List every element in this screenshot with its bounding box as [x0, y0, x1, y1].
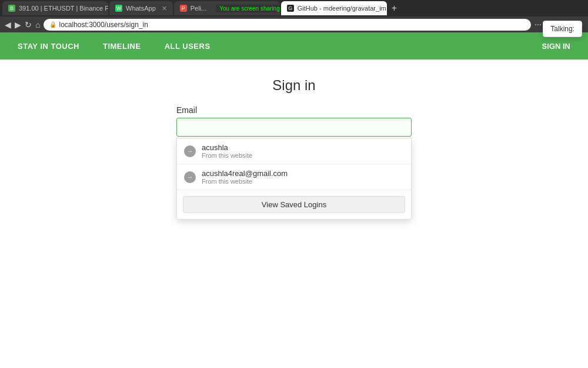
- tab-whatsapp[interactable]: W WhatsApp ✕: [109, 1, 173, 15]
- autocomplete-avatar-0: →: [184, 145, 196, 157]
- tab-favicon-whatsapp: W: [115, 5, 122, 12]
- nav-left: STAY IN TOUCH TIMELINE ALL USERS: [6, 32, 222, 59]
- autocomplete-text-1: acushla4real@gmail.com From this website: [202, 169, 288, 185]
- browser-bar: ◀ ▶ ↻ ⌂ 🔒 localhost:3000/users/sign_in ⋯…: [0, 16, 588, 32]
- browser-chrome: B 391.00 | ETHUSDT | Binance F... ✕ W Wh…: [0, 0, 588, 32]
- view-saved-logins-button[interactable]: View Saved Logins: [183, 196, 405, 213]
- menu-dots[interactable]: ⋯: [534, 21, 542, 29]
- sign-in-form: Email → acushla From this website →: [176, 105, 412, 219]
- app: STAY IN TOUCH TIMELINE ALL USERS SIGN IN…: [0, 32, 588, 237]
- tab-favicon-github: G: [287, 5, 294, 12]
- main-content: Sign in Email → acushla From this websit…: [0, 59, 588, 237]
- autocomplete-avatar-1: →: [184, 171, 196, 183]
- tab-favicon-binance: B: [8, 5, 15, 12]
- address-text: localhost:3000/users/sign_in: [59, 21, 148, 29]
- screen-share-text: You are screen sharing: [216, 5, 279, 12]
- navbar: STAY IN TOUCH TIMELINE ALL USERS SIGN IN: [0, 32, 588, 59]
- autocomplete-name-0: acushla: [202, 143, 252, 152]
- autocomplete-saved-logins: View Saved Logins: [177, 190, 411, 219]
- autocomplete-dropdown: → acushla From this website → acushla4re…: [176, 138, 412, 220]
- email-input[interactable]: [176, 118, 412, 137]
- email-group: Email → acushla From this website →: [176, 105, 412, 137]
- tab-close-whatsapp[interactable]: ✕: [159, 5, 167, 12]
- email-label: Email: [176, 105, 412, 115]
- autocomplete-source-0: From this website: [202, 152, 252, 159]
- new-tab-button[interactable]: +: [392, 3, 397, 14]
- talking-tooltip: Talking:: [543, 21, 582, 37]
- tab-favicon-peli: P: [180, 5, 187, 12]
- page-title: Sign in: [272, 77, 315, 94]
- nav-all-users[interactable]: ALL USERS: [153, 32, 222, 59]
- lock-icon: 🔒: [49, 21, 56, 28]
- tab-github[interactable]: G GitHub - mdeering/gravatar_im... ✕: [281, 1, 387, 15]
- tab-peli[interactable]: P Peli... You are screen sharing Stop Sh…: [174, 1, 280, 15]
- forward-button[interactable]: ▶: [15, 20, 21, 29]
- address-bar[interactable]: 🔒 localhost:3000/users/sign_in: [44, 19, 531, 31]
- nav-timeline[interactable]: TIMELINE: [91, 32, 153, 59]
- tab-binance[interactable]: B 391.00 | ETHUSDT | Binance F... ✕: [2, 1, 108, 15]
- autocomplete-name-1: acushla4real@gmail.com: [202, 169, 288, 178]
- talking-label: Talking:: [550, 25, 574, 33]
- autocomplete-text-0: acushla From this website: [202, 143, 252, 159]
- browser-tabs: B 391.00 | ETHUSDT | Binance F... ✕ W Wh…: [0, 0, 588, 16]
- nav-stay-in-touch[interactable]: STAY IN TOUCH: [6, 32, 91, 59]
- back-button[interactable]: ◀: [5, 20, 11, 29]
- autocomplete-item-1[interactable]: → acushla4real@gmail.com From this websi…: [177, 164, 411, 190]
- reload-button[interactable]: ↻: [25, 20, 32, 29]
- autocomplete-source-1: From this website: [202, 178, 288, 185]
- autocomplete-item-0[interactable]: → acushla From this website: [177, 138, 411, 164]
- home-button[interactable]: ⌂: [35, 20, 40, 29]
